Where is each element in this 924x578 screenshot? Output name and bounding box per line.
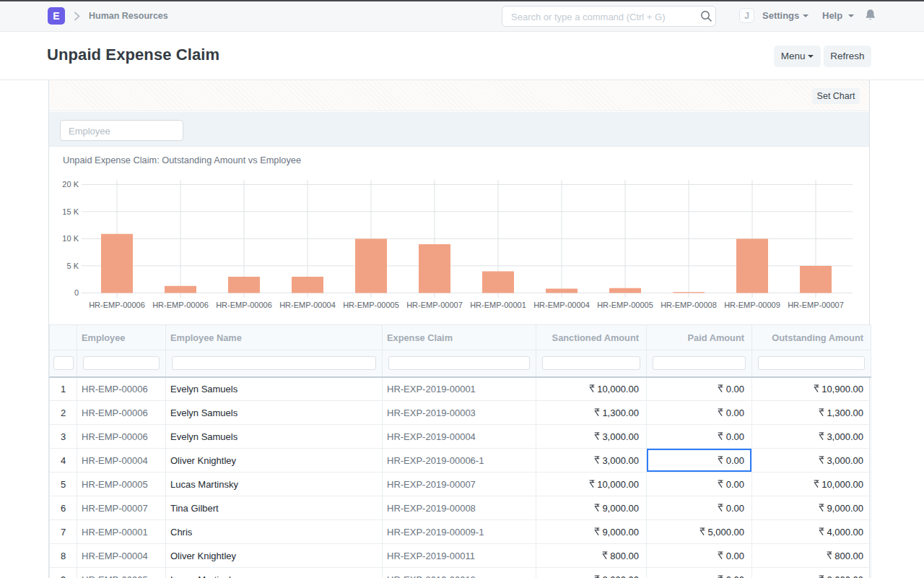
svg-text:5 K: 5 K [66, 262, 79, 270]
svg-text:HR-EMP-00007: HR-EMP-00007 [406, 301, 463, 309]
svg-text:HR-EMP-00006: HR-EMP-00006 [216, 301, 272, 309]
svg-text:HR-EMP-00005: HR-EMP-00005 [597, 301, 653, 309]
svg-text:10 K: 10 K [62, 234, 79, 243]
svg-text:HR-EMP-00008: HR-EMP-00008 [661, 301, 717, 309]
svg-text:HR-EMP-00005: HR-EMP-00005 [343, 301, 399, 309]
svg-text:HR-EMP-00006: HR-EMP-00006 [152, 301, 209, 309]
svg-text:HR-EMP-00007: HR-EMP-00007 [788, 301, 844, 309]
svg-text:HR-EMP-00009: HR-EMP-00009 [724, 301, 780, 309]
svg-text:0: 0 [74, 288, 79, 297]
svg-text:HR-EMP-00004: HR-EMP-00004 [533, 301, 590, 309]
svg-text:15 K: 15 K [62, 207, 79, 216]
svg-text:HR-EMP-00001: HR-EMP-00001 [470, 301, 526, 309]
svg-text:HR-EMP-00006: HR-EMP-00006 [89, 301, 145, 309]
svg-text:HR-EMP-00004: HR-EMP-00004 [279, 301, 336, 309]
svg-text:20 K: 20 K [62, 180, 79, 189]
